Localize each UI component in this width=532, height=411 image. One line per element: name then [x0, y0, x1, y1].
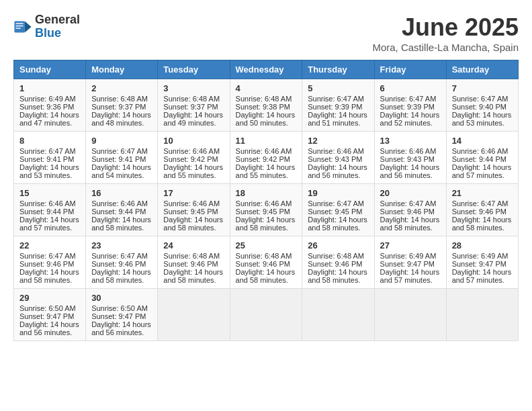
day-number: 12: [308, 136, 368, 146]
day-info: Sunrise: 6:46 AM: [236, 147, 297, 155]
day-info: Sunrise: 6:47 AM: [91, 147, 152, 155]
day-info: Sunset: 9:45 PM: [163, 208, 224, 216]
calendar-week-5: 29Sunrise: 6:50 AMSunset: 9:47 PMDayligh…: [14, 289, 519, 341]
day-info: Daylight: 14 hours: [452, 268, 513, 276]
day-header-sunday: Sunday: [14, 60, 86, 79]
day-info: Sunrise: 6:49 AM: [380, 252, 441, 260]
day-info: and 58 minutes.: [380, 224, 441, 232]
day-info: Daylight: 14 hours: [19, 320, 80, 328]
calendar-cell: 27Sunrise: 6:49 AMSunset: 9:47 PMDayligh…: [374, 236, 446, 289]
day-info: Sunset: 9:46 PM: [308, 260, 368, 268]
day-number: 23: [91, 240, 152, 250]
day-info: Sunset: 9:46 PM: [163, 260, 224, 268]
day-info: Sunrise: 6:46 AM: [19, 199, 80, 208]
day-info: and 56 minutes.: [91, 328, 152, 336]
day-info: Sunset: 9:45 PM: [236, 208, 297, 216]
logo: General Blue: [13, 13, 80, 40]
day-info: Daylight: 14 hours: [236, 268, 297, 276]
day-number: 5: [308, 83, 368, 93]
day-info: and 58 minutes.: [163, 224, 224, 232]
day-info: and 58 minutes.: [91, 224, 152, 232]
day-info: Daylight: 14 hours: [452, 111, 513, 119]
day-info: Sunrise: 6:46 AM: [236, 199, 297, 208]
day-info: and 57 minutes.: [19, 224, 80, 232]
calendar-cell: 3Sunrise: 6:48 AMSunset: 9:37 PMDaylight…: [158, 79, 230, 132]
calendar-cell: 26Sunrise: 6:48 AMSunset: 9:46 PMDayligh…: [302, 236, 374, 289]
day-info: Daylight: 14 hours: [308, 163, 368, 171]
day-info: Daylight: 14 hours: [163, 111, 224, 119]
day-number: 8: [19, 136, 80, 146]
day-info: and 47 minutes.: [19, 119, 80, 127]
svg-rect-3: [16, 26, 24, 26]
day-number: 1: [19, 83, 80, 93]
calendar-week-1: 1Sunrise: 6:49 AMSunset: 9:36 PMDaylight…: [14, 79, 519, 132]
logo-icon: [13, 17, 32, 36]
day-info: Sunset: 9:46 PM: [236, 260, 297, 268]
calendar-cell: 17Sunrise: 6:46 AMSunset: 9:45 PMDayligh…: [158, 184, 230, 236]
svg-rect-4: [16, 28, 21, 28]
day-number: 28: [452, 240, 513, 250]
day-info: Sunset: 9:44 PM: [452, 155, 513, 163]
day-info: and 57 minutes.: [452, 276, 513, 284]
day-info: Sunset: 9:40 PM: [452, 103, 513, 111]
day-number: 2: [91, 83, 152, 93]
day-info: Sunrise: 6:46 AM: [163, 199, 224, 208]
day-number: 14: [452, 136, 513, 146]
day-info: and 53 minutes.: [19, 171, 80, 179]
day-info: and 52 minutes.: [380, 119, 441, 127]
day-info: Daylight: 14 hours: [308, 111, 368, 119]
day-info: Daylight: 14 hours: [91, 216, 152, 224]
calendar-cell: 12Sunrise: 6:46 AMSunset: 9:43 PMDayligh…: [302, 132, 374, 184]
day-info: Sunset: 9:38 PM: [236, 103, 297, 111]
day-info: Sunset: 9:46 PM: [19, 260, 80, 268]
calendar-cell: 5Sunrise: 6:47 AMSunset: 9:39 PMDaylight…: [302, 79, 374, 132]
calendar-cell: 29Sunrise: 6:50 AMSunset: 9:47 PMDayligh…: [14, 289, 86, 341]
calendar-cell: 25Sunrise: 6:48 AMSunset: 9:46 PMDayligh…: [230, 236, 302, 289]
day-info: Daylight: 14 hours: [308, 216, 368, 224]
day-info: Daylight: 14 hours: [91, 111, 152, 119]
calendar-cell: 1Sunrise: 6:49 AMSunset: 9:36 PMDaylight…: [14, 79, 86, 132]
day-info: Daylight: 14 hours: [308, 268, 368, 276]
calendar-cell: 10Sunrise: 6:46 AMSunset: 9:42 PMDayligh…: [158, 132, 230, 184]
day-info: Daylight: 14 hours: [19, 111, 80, 119]
calendar-cell: 4Sunrise: 6:48 AMSunset: 9:38 PMDaylight…: [230, 79, 302, 132]
day-info: Sunset: 9:37 PM: [163, 103, 224, 111]
day-info: and 55 minutes.: [236, 171, 297, 179]
day-info: Sunset: 9:37 PM: [91, 103, 152, 111]
day-info: Sunrise: 6:50 AM: [19, 304, 80, 312]
day-info: and 56 minutes.: [308, 171, 368, 179]
day-info: Daylight: 14 hours: [163, 268, 224, 276]
calendar-cell: 9Sunrise: 6:47 AMSunset: 9:41 PMDaylight…: [86, 132, 158, 184]
day-info: Sunset: 9:43 PM: [308, 155, 368, 163]
day-info: Daylight: 14 hours: [91, 320, 152, 328]
day-info: Sunrise: 6:47 AM: [308, 95, 368, 103]
day-info: Daylight: 14 hours: [452, 163, 513, 171]
calendar-week-3: 15Sunrise: 6:46 AMSunset: 9:44 PMDayligh…: [14, 184, 519, 236]
day-info: and 49 minutes.: [163, 119, 224, 127]
day-info: and 56 minutes.: [19, 328, 80, 336]
day-info: Sunrise: 6:47 AM: [308, 199, 368, 208]
day-number: 20: [380, 188, 441, 198]
day-number: 13: [380, 136, 441, 146]
day-info: Sunset: 9:43 PM: [380, 155, 441, 163]
day-number: 9: [91, 136, 152, 146]
day-info: Sunset: 9:44 PM: [91, 208, 152, 216]
calendar-cell: 28Sunrise: 6:49 AMSunset: 9:47 PMDayligh…: [446, 236, 518, 289]
calendar-cell: 21Sunrise: 6:47 AMSunset: 9:46 PMDayligh…: [446, 184, 518, 236]
calendar-cell: 18Sunrise: 6:46 AMSunset: 9:45 PMDayligh…: [230, 184, 302, 236]
title-block: June 2025 Mora, Castille-La Mancha, Spai…: [372, 13, 519, 53]
day-info: and 58 minutes.: [308, 276, 368, 284]
day-info: Sunset: 9:41 PM: [19, 155, 80, 163]
day-number: 4: [236, 83, 297, 93]
day-number: 24: [163, 240, 224, 250]
day-info: Sunrise: 6:49 AM: [452, 252, 513, 260]
day-info: Sunset: 9:47 PM: [452, 260, 513, 268]
day-info: Sunset: 9:45 PM: [308, 208, 368, 216]
day-info: Sunset: 9:42 PM: [163, 155, 224, 163]
calendar-cell: [446, 289, 518, 341]
calendar-cell: 2Sunrise: 6:48 AMSunset: 9:37 PMDaylight…: [86, 79, 158, 132]
day-info: and 58 minutes.: [91, 276, 152, 284]
location-title: Mora, Castille-La Mancha, Spain: [372, 42, 519, 53]
calendar-cell: 16Sunrise: 6:46 AMSunset: 9:44 PMDayligh…: [86, 184, 158, 236]
day-info: and 55 minutes.: [163, 171, 224, 179]
